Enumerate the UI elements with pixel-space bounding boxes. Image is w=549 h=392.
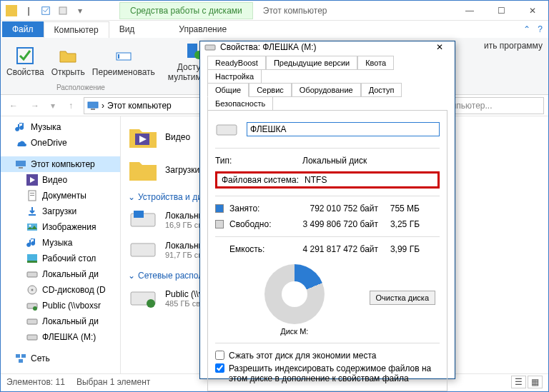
nav-forward-button[interactable]: →: [26, 97, 44, 114]
help-icon[interactable]: ?: [538, 24, 543, 34]
dialog-tabs: ReadyBoost Предыдущие версии Квота Настр…: [200, 53, 455, 110]
svg-rect-35: [131, 243, 155, 256]
tree-item-documents[interactable]: Документы: [1, 188, 120, 203]
fs-label: Файловая система:: [222, 175, 299, 185]
compress-checkbox[interactable]: Сжать этот диск для экономии места: [215, 351, 440, 361]
svg-rect-34: [134, 211, 144, 218]
properties-dialog: Свойства: ФЛЕШКА (M:) ✕ ReadyBoost Преды…: [199, 41, 455, 379]
tree-item-music2[interactable]: Музыка: [1, 235, 120, 251]
svg-rect-15: [30, 193, 34, 194]
nav-back-button[interactable]: ←: [5, 97, 22, 114]
minimize-button[interactable]: —: [454, 1, 485, 21]
svg-rect-28: [16, 354, 20, 358]
tab-file[interactable]: Файл: [2, 21, 44, 37]
ribbon-tab-strip: Файл Компьютер Вид Управление ⌃ ?: [1, 21, 548, 38]
tab-manage[interactable]: Управление: [169, 21, 237, 37]
ribbon-properties-button[interactable]: Свойства: [6, 46, 44, 77]
type-value: Локальный диск: [302, 156, 367, 166]
breadcrumb-sep: ›: [102, 101, 104, 111]
view-tiles-icon[interactable]: ▦: [528, 376, 543, 388]
dialog-close-button[interactable]: ✕: [429, 42, 450, 52]
status-selected: Выбран 1 элемент: [76, 377, 150, 387]
free-row: Свободно:3 499 806 720 байт3,25 ГБ: [215, 219, 440, 229]
tab-tools[interactable]: Сервис: [249, 83, 292, 97]
svg-rect-21: [27, 272, 37, 277]
window-title: Этот компьютер: [263, 6, 327, 16]
tree-item-network[interactable]: Сеть: [1, 351, 120, 366]
tab-customize[interactable]: Настройка: [207, 69, 262, 84]
contextual-tab-group: Средства работы с дисками: [119, 2, 253, 19]
tree-item-local-m[interactable]: Локальный ди: [1, 313, 120, 329]
svg-rect-8: [88, 102, 98, 108]
svg-rect-17: [27, 223, 37, 231]
svg-point-25: [33, 306, 37, 311]
qat-overflow-icon[interactable]: ▾: [72, 3, 88, 19]
svg-rect-30: [19, 359, 23, 363]
svg-rect-19: [27, 254, 37, 261]
disk-cleanup-button[interactable]: Очистка диска: [370, 291, 435, 305]
drive-large-icon: [215, 118, 238, 141]
tree-item-cd[interactable]: CD-дисковод (D: [1, 282, 120, 298]
tree-item-music[interactable]: Музыка: [1, 119, 120, 135]
dialog-title: Свойства: ФЛЕШКА (M:): [220, 42, 317, 52]
svg-rect-10: [16, 161, 26, 166]
drive-name-input[interactable]: [247, 122, 440, 136]
svg-point-18: [29, 225, 31, 227]
tab-computer[interactable]: Компьютер: [44, 21, 109, 38]
svg-point-23: [31, 289, 34, 291]
navigation-tree[interactable]: Музыка OneDrive Этот компьютер Видео Док…: [1, 116, 121, 373]
used-swatch: [215, 204, 224, 213]
folder-icon: [128, 124, 158, 151]
dialog-titlebar[interactable]: Свойства: ФЛЕШКА (M:) ✕: [200, 41, 455, 53]
svg-rect-20: [27, 261, 37, 263]
tab-quota[interactable]: Квота: [357, 56, 394, 70]
dialog-body: Тип:Локальный диск Файловая система: NTF…: [207, 110, 447, 391]
capacity-row: Емкость:4 291 817 472 байт3,99 ГБ: [215, 244, 440, 254]
tab-previous-versions[interactable]: Предыдущие версии: [266, 56, 357, 70]
view-details-icon[interactable]: ☰: [511, 376, 526, 388]
drive-icon: [128, 236, 158, 263]
tab-view[interactable]: Вид: [109, 21, 145, 37]
tab-security[interactable]: Безопасность: [207, 96, 273, 111]
breadcrumb-root[interactable]: Этот компьютер: [107, 101, 172, 111]
ribbon-rename-button[interactable]: Переименовать: [92, 46, 155, 77]
tree-item-onedrive[interactable]: OneDrive: [1, 135, 120, 151]
fs-value: NTFS: [305, 175, 327, 185]
nav-history-button[interactable]: ▾: [48, 97, 58, 114]
svg-rect-0: [6, 5, 17, 16]
app-icon[interactable]: [4, 3, 19, 19]
tab-readyboost[interactable]: ReadyBoost: [207, 56, 266, 70]
qat-dropdown-icon[interactable]: [55, 3, 71, 19]
ribbon-open-button[interactable]: Открыть: [51, 46, 85, 77]
tree-item-flash[interactable]: ФЛЕШКА (M:): [1, 329, 120, 345]
tree-item-video[interactable]: Видео: [1, 172, 120, 188]
index-checkbox[interactable]: Разрешить индексировать содержимое файло…: [215, 363, 440, 383]
tree-item-downloads[interactable]: Загрузки: [1, 203, 120, 219]
type-label: Тип:: [215, 156, 294, 166]
svg-point-37: [147, 299, 155, 308]
tree-item-this-pc[interactable]: Этот компьютер: [1, 156, 120, 172]
drive-icon: [128, 285, 158, 312]
tab-sharing[interactable]: Доступ: [361, 83, 402, 97]
free-swatch: [215, 220, 224, 228]
filesystem-highlight: Файловая система: NTFS: [215, 171, 440, 189]
drive-icon: [128, 206, 158, 233]
qat-sep: |: [21, 3, 36, 19]
svg-rect-38: [205, 45, 215, 50]
usage-pie-chart: [264, 264, 325, 324]
tree-item-images[interactable]: Изображения: [1, 219, 120, 235]
tree-item-local-c[interactable]: Локальный ди: [1, 266, 120, 282]
status-count: Элементов: 11: [6, 377, 65, 387]
tab-hardware[interactable]: Оборудование: [292, 83, 361, 97]
maximize-button[interactable]: ☐: [485, 1, 517, 21]
tree-item-public[interactable]: Public (\\vboxsr: [1, 298, 120, 313]
tree-item-desktop[interactable]: Рабочий стол: [1, 251, 120, 266]
qat-properties-icon[interactable]: [38, 3, 54, 19]
svg-rect-9: [91, 109, 95, 110]
nav-up-button[interactable]: ↑: [62, 97, 79, 114]
tab-general[interactable]: Общие: [207, 83, 249, 97]
ribbon-expand-icon[interactable]: ⌃: [523, 24, 530, 34]
ribbon-group-label: Расположение: [56, 84, 105, 91]
contextual-tab-drive-tools[interactable]: Средства работы с дисками: [119, 2, 253, 19]
close-button[interactable]: ✕: [517, 1, 548, 21]
